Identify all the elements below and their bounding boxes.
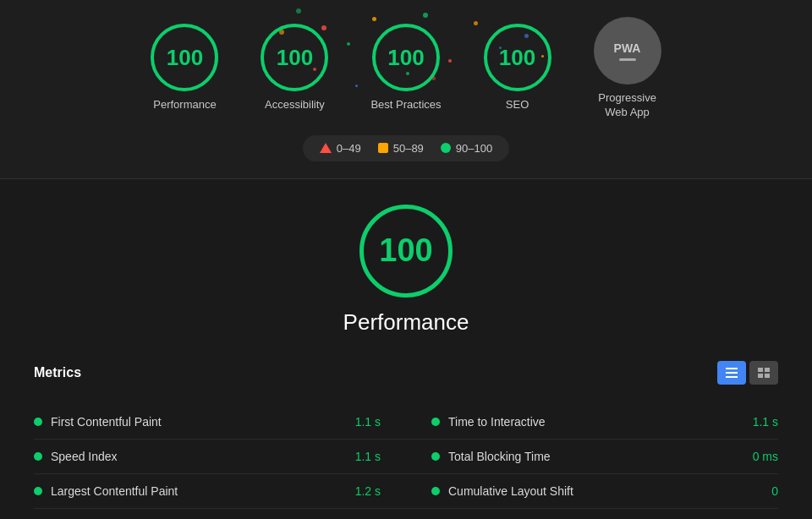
score-value-performance: 100 (167, 45, 203, 71)
score-item-seo: 100 SEO (484, 24, 551, 112)
metric-name-lcp: Largest Contentful Paint (51, 484, 347, 498)
metric-value-fcp: 1.1 s (355, 415, 381, 429)
metrics-header: Metrics (34, 361, 778, 391)
legend-item-green: 90–100 (441, 142, 492, 155)
score-value-seo: 100 (499, 45, 535, 71)
score-label-performance: Performance (153, 98, 216, 112)
score-value-accessibility: 100 (277, 45, 313, 71)
scores-row: 100 Performance 100 Accessibility 100 Be… (34, 17, 778, 120)
legend: 0–49 50–89 90–100 (303, 135, 509, 161)
score-item-pwa: PWA ProgressiveWeb App (594, 17, 661, 120)
svg-rect-3 (758, 368, 763, 372)
metric-name-si: Speed Index (51, 450, 347, 463)
score-item-accessibility: 100 Accessibility (261, 24, 328, 112)
big-score-circle: 100 (359, 205, 453, 298)
legend-square-icon (378, 143, 388, 153)
pwa-label: PWA (614, 41, 641, 55)
metric-row-lcp: Largest Contentful Paint 1.2 s (34, 474, 406, 509)
svg-rect-5 (758, 374, 763, 378)
metric-name-tti: Time to Interactive (448, 415, 744, 429)
legend-item-orange: 50–89 (378, 142, 424, 155)
metric-dot-si (34, 452, 42, 461)
metric-row-fcp: First Contentful Paint 1.1 s (34, 405, 406, 440)
metrics-grid: First Contentful Paint 1.1 s Speed Index… (34, 405, 778, 509)
score-circle-accessibility: 100 (261, 24, 328, 91)
metric-dot-cls (431, 487, 440, 495)
top-section: 100 Performance 100 Accessibility 100 Be… (0, 0, 812, 179)
metrics-label: Metrics (34, 365, 81, 380)
svg-rect-6 (765, 374, 770, 378)
score-circle-seo: 100 (484, 24, 551, 91)
list-view-button[interactable] (717, 361, 746, 385)
metric-dot-tbt (431, 452, 440, 461)
metric-dot-fcp (34, 418, 42, 426)
performance-title: Performance (343, 309, 469, 336)
metric-value-tti: 1.1 s (753, 415, 778, 429)
list-view-icon (726, 368, 738, 378)
pwa-score-label: ProgressiveWeb App (598, 91, 656, 120)
metric-name-tbt: Total Blocking Time (448, 450, 744, 463)
metric-row-si: Speed Index 1.1 s (34, 440, 406, 474)
metric-value-lcp: 1.2 s (355, 484, 381, 498)
score-label-seo: SEO (506, 98, 529, 112)
metric-name-fcp: First Contentful Paint (51, 415, 347, 429)
big-score-value: 100 (379, 232, 432, 269)
bottom-section: 100 Performance Metrics (0, 179, 812, 519)
pwa-dash (619, 58, 636, 61)
metric-value-tbt: 0 ms (753, 450, 778, 463)
metric-row-cls: Cumulative Layout Shift 0 (406, 474, 778, 509)
metrics-right-col: Time to Interactive 1.1 s Total Blocking… (406, 405, 778, 509)
score-value-best-practices: 100 (387, 45, 424, 71)
metric-name-cls: Cumulative Layout Shift (448, 484, 763, 498)
legend-range-green: 90–100 (456, 142, 492, 155)
metric-value-si: 1.1 s (355, 450, 381, 463)
svg-rect-4 (765, 368, 770, 372)
score-label-best-practices: Best Practices (370, 98, 441, 112)
score-label-accessibility: Accessibility (265, 98, 325, 112)
legend-range-orange: 50–89 (393, 142, 424, 155)
svg-rect-1 (726, 372, 738, 374)
metric-dot-tti (431, 418, 440, 426)
score-item-best-practices: 100 Best Practices (370, 24, 441, 112)
svg-rect-0 (726, 368, 738, 369)
pwa-circle: PWA (594, 17, 661, 85)
legend-item-red: 0–49 (320, 142, 361, 155)
score-item-performance: 100 Performance (151, 24, 218, 112)
score-circle-performance: 100 (151, 24, 218, 91)
legend-triangle-icon (320, 143, 332, 153)
performance-header: 100 Performance (34, 205, 778, 336)
metric-row-tbt: Total Blocking Time 0 ms (406, 440, 778, 474)
legend-range-red: 0–49 (337, 142, 361, 155)
score-circle-best-practices: 100 (372, 24, 440, 91)
grid-view-icon (758, 368, 770, 378)
grid-view-button[interactable] (749, 361, 778, 385)
metric-dot-lcp (34, 487, 42, 495)
metric-value-cls: 0 (771, 484, 778, 498)
view-buttons (717, 361, 778, 385)
legend-dot-icon (441, 143, 451, 153)
metrics-left-col: First Contentful Paint 1.1 s Speed Index… (34, 405, 406, 509)
svg-rect-2 (726, 376, 738, 378)
metric-row-tti: Time to Interactive 1.1 s (406, 405, 778, 440)
